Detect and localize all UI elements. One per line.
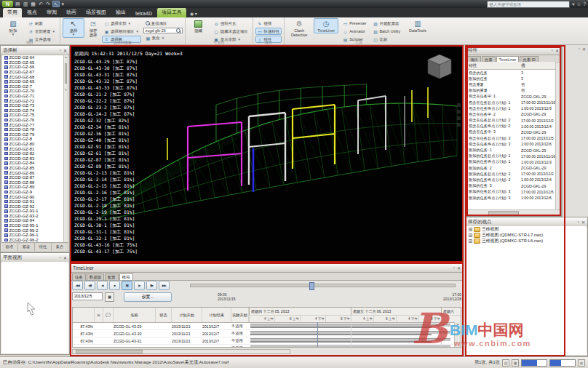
- timeliner-tab-tasks[interactable]: 任务: [72, 273, 86, 280]
- require-button[interactable]: ◎强制可见: [212, 20, 250, 27]
- gantt-vscrollbar[interactable]: ▲▼: [454, 322, 461, 347]
- clash-detective-button[interactable]: ⚙ Clash Detective: [287, 18, 311, 38]
- hide-button[interactable]: 隐藏: [188, 18, 210, 33]
- tree-item[interactable]: ZCGD-GZ-94: [2, 218, 63, 223]
- tree-tab-sets[interactable]: 集合: [52, 243, 68, 251]
- tree-item[interactable]: ZCGD-GZ-91: [2, 199, 63, 204]
- tree-item[interactable]: ZCGD-GZ-8: [2, 137, 63, 142]
- tree-item[interactable]: ZCGD-GZ-82: [2, 151, 63, 156]
- tree-item[interactable]: ZCGD-GZ-81: [2, 146, 63, 151]
- pin-icon[interactable]: ▫: [60, 255, 61, 260]
- property-row[interactable]: 附加的任务起点 (计划): 2 17:00:00 2013/12/2: [466, 171, 555, 177]
- links-button[interactable]: ✎链接: [255, 20, 282, 27]
- tree-scrollbar[interactable]: ▲▼: [63, 55, 68, 243]
- tree-item[interactable]: ZCGD-GZ-87: [2, 175, 63, 180]
- animator-button[interactable]: ◇Animator: [341, 28, 368, 35]
- tree-item[interactable]: ZCGD-GZ-9: [2, 190, 63, 195]
- open-icon[interactable]: ▤: [15, 1, 21, 7]
- select-same-button[interactable]: ▣选择相同项目▼: [102, 28, 141, 35]
- task-row[interactable]: 87.43% ZCGD-GL-43-31 2013/11/21 2013/12/…: [73, 337, 461, 345]
- close-icon[interactable]: ✕: [581, 220, 585, 225]
- property-row[interactable]: 包含在任务中: 2 ZCGD-GKL-29: [466, 111, 555, 117]
- rewind-button[interactable]: ◀◀: [72, 281, 83, 290]
- tree-item[interactable]: ZCGD-GZ-72: [2, 98, 63, 103]
- pin-icon[interactable]: ▫: [552, 48, 553, 53]
- tree-item[interactable]: ZCGD-GZ-77: [2, 122, 63, 127]
- property-row[interactable]: 包含重复 否: [466, 81, 555, 87]
- close-icon[interactable]: ✕: [555, 48, 559, 53]
- property-row[interactable]: 包含的任务 3: [466, 70, 555, 76]
- property-row[interactable]: 附加的任务: 3 ZCGD-GKL-29: [466, 183, 555, 189]
- name-column-header[interactable]: 名称: [114, 308, 156, 322]
- play-reverse-button[interactable]: ◀: [97, 281, 108, 290]
- tree-item[interactable]: ZCGD-GZ-70: [2, 89, 63, 94]
- tree-item[interactable]: ZCGD-GZ-84: [2, 161, 63, 166]
- status-column-header[interactable]: 状态: [156, 308, 172, 322]
- tree-item[interactable]: ZCGD-GZ-66: [2, 65, 63, 70]
- property-row[interactable]: 附加的任务终点 (计划): 3 1:00:00 2013/12/6: [466, 195, 555, 201]
- find-items-button[interactable]: 查找项目: [143, 20, 183, 27]
- infocenter-search-icon[interactable]: ▾: [572, 1, 574, 7]
- play-button[interactable]: ▶: [134, 281, 145, 290]
- tree-item[interactable]: ZCGD-GZ-74: [2, 108, 63, 113]
- expand-icon[interactable]: +: [469, 239, 472, 243]
- favorites-star-icon[interactable]: ☆: [577, 1, 581, 7]
- step-forward-button[interactable]: ▮▶: [146, 281, 157, 290]
- tree-item[interactable]: ZCGD-GZ-95-2: [2, 228, 63, 233]
- property-row[interactable]: 附加的任务起点 (计划): 1 17:00:00 2013/11/16: [466, 153, 555, 159]
- comment-column-header[interactable]: 💬: [103, 308, 114, 322]
- sheet-browser-icon[interactable]: ▤: [502, 359, 509, 367]
- property-row[interactable]: 包含在任务终点 (计划): 1 1:00:00 2013/12/3: [466, 105, 555, 111]
- tab-item-tools[interactable]: 项目工具: [157, 8, 186, 17]
- plan-view-canvas[interactable]: [1, 262, 68, 353]
- expand-icon[interactable]: +: [469, 233, 472, 237]
- tree-item[interactable]: ZCGD-GZ-86: [2, 170, 63, 175]
- property-row[interactable]: 附加的任务 3: [466, 76, 555, 81]
- redo-icon[interactable]: ↷: [45, 1, 51, 7]
- tree-item[interactable]: ZCGD-GZ-96-1: [2, 233, 63, 238]
- navigation-bar[interactable]: [457, 103, 461, 127]
- tree-item[interactable]: ZCGD-GZ-69: [2, 79, 63, 84]
- tree-item[interactable]: ZCGD-GZ-67: [2, 70, 63, 75]
- tree-item[interactable]: ZCGD-GZ-92: [2, 204, 63, 209]
- close-icon[interactable]: ✕: [63, 255, 67, 260]
- pause-button[interactable]: ▮▮: [122, 281, 132, 290]
- batch-utility-button[interactable]: ▧Batch Utility: [371, 28, 402, 35]
- tree-tab-properties[interactable]: 特性: [35, 243, 52, 251]
- calendar-icon[interactable]: ▦: [105, 292, 114, 302]
- property-row[interactable]: 包含在任务起点 (计划): 3 17:00:00 2013/12/5: [466, 135, 555, 141]
- timeliner-button[interactable]: ◷ TimeLiner: [314, 18, 338, 33]
- property-row[interactable]: 附加的任务: 1 ZCGD-GKL-29: [466, 147, 555, 153]
- close-icon[interactable]: ✕: [63, 48, 67, 53]
- tree-item[interactable]: ZCGD-GZ-95-1: [2, 223, 63, 228]
- save-selection-button[interactable]: ◳ 保存选择: [87, 18, 100, 38]
- close-icon[interactable]: ✕: [582, 47, 586, 52]
- tree-item[interactable]: ZCGD-GZ-68: [2, 74, 63, 79]
- tab-viewpoint[interactable]: 视点: [23, 8, 41, 17]
- qat-dropdown-icon[interactable]: ▾: [61, 1, 65, 7]
- tree-tab-standard[interactable]: 标准: [1, 243, 18, 251]
- appearance-profiler-button[interactable]: ▨外观配置器: [371, 20, 402, 27]
- tree-item[interactable]: ZCGD-GZ-90: [2, 194, 63, 199]
- task-row[interactable]: 87.43% ZCGD-GL-43-32 2013/11/21 2013/12/…: [73, 345, 461, 348]
- task-row[interactable]: 87.43% ZCGD-GL-43-30 2013/11/21 2013/12/…: [73, 330, 461, 337]
- pin-icon[interactable]: ▫: [60, 48, 61, 53]
- timeliner-hscrollbar[interactable]: [72, 349, 290, 354]
- settings-button[interactable]: 设置...: [124, 292, 172, 302]
- tree-item[interactable]: ZCGD-GZ-7: [2, 84, 63, 89]
- simulation-slider-handle[interactable]: [309, 282, 314, 290]
- help-icon[interactable]: ?: [583, 1, 586, 7]
- tree-item[interactable]: ZCGD-GZ-85: [2, 166, 63, 171]
- task-row[interactable]: 87.43% ZCGD-GL-43-29 2013/11/21 2013/12/…: [73, 323, 461, 330]
- tree-item[interactable]: ZCGD-GZ-88: [2, 180, 63, 185]
- select-button[interactable]: ↖ 选择▼: [63, 18, 84, 38]
- property-row[interactable]: 包含在任务终点 (计划): 3 1:00:00 2013/12/6: [466, 141, 555, 147]
- tree-item[interactable]: ZCGD-GZ-76: [2, 118, 63, 123]
- tree-item[interactable]: ZCGD-GZ-73: [2, 103, 63, 108]
- save-icon[interactable]: ▥: [23, 1, 29, 7]
- property-row[interactable]: 包含在任务起点 (计划): 2 17:00:00 2013/12/2: [466, 118, 555, 124]
- timeliner-tab-datasources[interactable]: 数据源: [87, 273, 104, 280]
- tree-item[interactable]: ZCGD-GZ-65: [2, 60, 63, 65]
- viewcube[interactable]: [424, 52, 455, 81]
- tree-item[interactable]: ZCGD-GZ-83: [2, 156, 63, 161]
